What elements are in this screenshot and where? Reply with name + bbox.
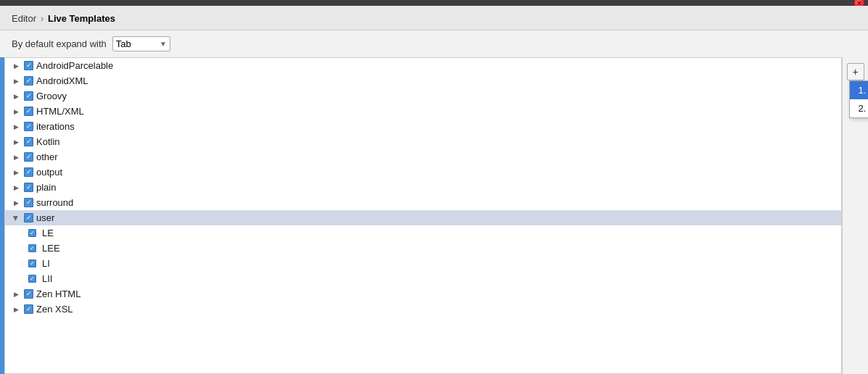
- list-item[interactable]: ▶ Zen HTML: [5, 286, 841, 302]
- plus-icon: +: [852, 66, 858, 78]
- checkbox-output[interactable]: [24, 167, 33, 177]
- list-item[interactable]: ▶ other: [5, 149, 841, 165]
- templates-list: ▶ AndroidParcelable ▶ AndroidXML ▶ Groov…: [4, 57, 842, 374]
- expand-arrow-icon: ▶: [11, 122, 21, 132]
- expand-arrow-icon: ▶: [11, 137, 21, 147]
- list-item[interactable]: ▶ AndroidParcelable: [5, 58, 841, 73]
- dropdown-value: Tab: [116, 38, 131, 49]
- list-item[interactable]: LE: [5, 225, 841, 241]
- item-label: iterations: [36, 121, 75, 132]
- checkbox-AndroidXML[interactable]: [24, 76, 33, 86]
- item-label: output: [36, 167, 62, 178]
- item-label: LI: [42, 258, 50, 269]
- checkbox-ZenHTML[interactable]: [24, 289, 33, 299]
- expand-arrow-icon: ▶: [11, 183, 21, 193]
- list-item[interactable]: ▶ user: [5, 210, 841, 225]
- item-label: LII: [42, 273, 52, 284]
- list-item[interactable]: ▶ plain: [5, 180, 841, 195]
- checkbox-surround[interactable]: [24, 198, 33, 207]
- list-item[interactable]: ▶ Kotlin: [5, 134, 841, 149]
- action-panel: + 1. Live Template 2. Template Group... …: [842, 57, 868, 374]
- breadcrumb-parent: Editor: [12, 13, 36, 24]
- list-item[interactable]: ▶ AndroidXML: [5, 73, 841, 88]
- expand-arrow-icon: ▶: [11, 152, 21, 162]
- list-item[interactable]: ▶ HTML/XML: [5, 104, 841, 119]
- expand-arrow-icon: ▶: [11, 198, 21, 208]
- expand-arrow-icon: ▶: [11, 61, 21, 71]
- breadcrumb-current: Live Templates: [48, 13, 115, 24]
- add-button[interactable]: +: [847, 63, 864, 80]
- expand-arrow-icon: ▶: [11, 107, 21, 117]
- item-label: HTML/XML: [36, 106, 84, 117]
- popup-item-live-template[interactable]: 1. Live Template: [850, 81, 869, 99]
- item-label: Kotlin: [36, 136, 60, 147]
- checkbox-LE[interactable]: [28, 229, 36, 237]
- list-item[interactable]: ▶ Zen XSL: [5, 302, 841, 317]
- checkbox-other[interactable]: [24, 152, 33, 162]
- item-label: AndroidXML: [36, 75, 88, 86]
- list-item[interactable]: ▶ iterations: [5, 119, 841, 134]
- chevron-down-icon: ▼: [160, 40, 167, 48]
- item-label: surround: [36, 197, 73, 208]
- list-item[interactable]: ▶ surround: [5, 195, 841, 210]
- breadcrumb: Editor › Live Templates: [12, 13, 856, 24]
- checkbox-Kotlin[interactable]: [24, 137, 33, 146]
- item-label: plain: [36, 182, 56, 193]
- checkbox-AndroidParcelable[interactable]: [24, 61, 33, 70]
- item-label: LEE: [42, 243, 60, 254]
- expand-label: By default expand with: [12, 38, 107, 49]
- checkbox-LEE[interactable]: [28, 244, 36, 252]
- list-item[interactable]: LEE: [5, 241, 841, 256]
- item-label: Zen XSL: [36, 304, 73, 315]
- item-label: user: [36, 212, 54, 223]
- expand-dropdown[interactable]: Tab ▼: [112, 36, 170, 51]
- dialog-header: Editor › Live Templates: [0, 6, 868, 30]
- breadcrumb-separator: ›: [41, 14, 44, 24]
- item-label: LE: [42, 228, 54, 238]
- list-item[interactable]: ▶ output: [5, 165, 841, 180]
- list-item[interactable]: ▶ Groovy: [5, 88, 841, 104]
- expand-arrow-icon: ▶: [11, 167, 21, 178]
- checkbox-plain[interactable]: [24, 183, 33, 192]
- expand-arrow-icon: ▶: [11, 76, 21, 86]
- checkbox-Groovy[interactable]: [24, 91, 33, 101]
- item-label: Zen HTML: [36, 288, 80, 299]
- expand-arrow-icon: ▶: [11, 289, 21, 299]
- popup-item-template-group[interactable]: 2. Template Group...: [850, 99, 869, 117]
- checkbox-LI[interactable]: [28, 259, 36, 267]
- toolbar: By default expand with Tab ▼: [0, 30, 868, 57]
- checkbox-ZenXSL[interactable]: [24, 304, 33, 314]
- list-item[interactable]: LI: [5, 256, 841, 271]
- checkbox-iterations[interactable]: [24, 122, 33, 131]
- item-label: AndroidParcelable: [36, 60, 113, 71]
- expand-arrow-icon: ▶: [11, 91, 21, 101]
- item-label: other: [36, 151, 58, 162]
- expand-arrow-icon: ▶: [11, 304, 21, 315]
- expand-arrow-icon: ▶: [11, 213, 21, 223]
- checkbox-LII[interactable]: [28, 275, 36, 283]
- list-item[interactable]: LII: [5, 271, 841, 286]
- checkbox-HTML-XML[interactable]: [24, 107, 33, 116]
- add-popup-menu: 1. Live Template 2. Template Group...: [849, 80, 869, 118]
- item-label: Groovy: [36, 91, 67, 101]
- checkbox-user[interactable]: [24, 213, 33, 223]
